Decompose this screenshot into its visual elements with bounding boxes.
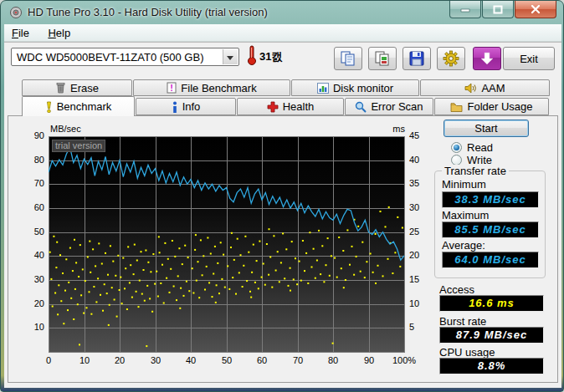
benchmark-icon xyxy=(45,101,53,113)
tab-label: Health xyxy=(283,100,315,113)
y-right-tick: 5 xyxy=(409,322,429,332)
y-left-tick: 60 xyxy=(23,202,44,212)
tab-row-bottom: Benchmark Info Health Error Scan Folder … xyxy=(22,96,550,116)
tab-folder-usage[interactable]: Folder Usage xyxy=(434,98,549,115)
options-button[interactable] xyxy=(437,47,465,70)
tab-label: Error Scan xyxy=(371,100,423,113)
tab-row-top: Erase ! File Benchmark Disk monitor AAM xyxy=(22,79,551,96)
trash-icon xyxy=(55,82,66,94)
tab-aam[interactable]: AAM xyxy=(420,79,550,96)
minimum-value: 38.3 MB/sec xyxy=(442,191,539,208)
y-right-tick: 20 xyxy=(409,250,429,260)
svg-text:!: ! xyxy=(171,83,174,93)
cpu-usage-label: CPU usage xyxy=(439,346,495,359)
copy-image-icon xyxy=(374,50,391,67)
y-left-tick: 10 xyxy=(23,322,44,332)
average-label: Average: xyxy=(442,239,485,252)
transfer-rate-group-label: Transfer rate xyxy=(442,165,509,177)
x-tick: 100% xyxy=(387,355,421,365)
health-cross-icon xyxy=(267,101,279,113)
y-right-tick: 35 xyxy=(409,178,429,188)
gear-icon xyxy=(443,50,459,67)
x-tick: 80 xyxy=(316,355,350,365)
temperature-value: 31캜 xyxy=(259,49,282,64)
y-right-tick: 15 xyxy=(409,274,429,284)
hd-tune-window: HD Tune Pro 3.10 - Hard Disk Utility (tr… xyxy=(0,0,564,392)
magnifier-icon xyxy=(355,101,367,113)
read-radio[interactable] xyxy=(451,142,462,153)
tab-label: Disk monitor xyxy=(333,82,393,94)
x-tick: 90 xyxy=(352,355,386,365)
y-left-axis-title: MB/sec xyxy=(50,124,81,134)
y-right-tick: 45 xyxy=(409,130,429,140)
y-left-tick: 80 xyxy=(23,155,44,165)
access-label: Access xyxy=(439,283,474,296)
maximum-value: 85.5 MB/sec xyxy=(442,221,539,238)
y-left-tick: 50 xyxy=(23,227,44,237)
y-left-tick: 40 xyxy=(23,250,44,260)
tab-label: Folder Usage xyxy=(467,100,532,113)
menu-help[interactable]: Help xyxy=(40,24,78,39)
close-icon xyxy=(531,5,541,14)
x-tick: 60 xyxy=(245,355,279,365)
close-button[interactable] xyxy=(515,1,556,18)
x-tick: 10 xyxy=(68,355,101,365)
thermometer-icon xyxy=(246,44,257,69)
average-value: 64.0 MB/sec xyxy=(442,252,539,268)
maximize-icon xyxy=(493,5,503,14)
save-icon xyxy=(408,50,425,67)
benchmark-plot xyxy=(49,136,405,353)
y-right-tick: 40 xyxy=(409,155,429,165)
burst-rate-label: Burst rate xyxy=(439,315,486,328)
y-left-tick: 30 xyxy=(23,274,44,284)
folder-icon xyxy=(450,102,463,112)
download-arrow-icon xyxy=(479,51,495,66)
file-benchmark-icon: ! xyxy=(167,82,177,94)
update-button[interactable] xyxy=(473,47,501,70)
window-controls xyxy=(449,1,556,18)
maximize-button[interactable] xyxy=(482,1,514,18)
tab-benchmark[interactable]: Benchmark xyxy=(22,96,135,116)
exit-button[interactable]: Exit xyxy=(503,47,555,70)
drive-selector[interactable]: WDC WD5000BEVT-11ZAT0 (500 GB) xyxy=(11,48,239,66)
chevron-down-icon xyxy=(227,56,233,60)
maximum-label: Maximum xyxy=(442,209,489,221)
copy-icon xyxy=(340,50,356,67)
tab-file-benchmark[interactable]: ! File Benchmark xyxy=(133,79,290,96)
minimum-label: Minimum xyxy=(442,178,486,191)
speaker-icon xyxy=(464,83,477,94)
app-icon xyxy=(9,6,23,23)
menubar: File Help xyxy=(4,24,561,42)
tab-health[interactable]: Health xyxy=(237,98,344,115)
read-radio-label[interactable]: Read xyxy=(467,141,493,154)
titlebar: HD Tune Pro 3.10 - Hard Disk Utility (tr… xyxy=(1,1,563,24)
y-left-tick: 70 xyxy=(23,178,44,188)
y-right-tick: 10 xyxy=(409,298,429,308)
x-tick: 20 xyxy=(103,355,136,365)
x-tick: 70 xyxy=(281,355,315,365)
copy-image-button[interactable] xyxy=(368,47,397,70)
x-tick: 50 xyxy=(210,355,244,365)
copy-button[interactable] xyxy=(334,47,362,70)
drive-selector-value: WDC WD5000BEVT-11ZAT0 (500 GB) xyxy=(17,51,203,64)
window-title: HD Tune Pro 3.10 - Hard Disk Utility (tr… xyxy=(28,6,268,18)
tab-label: Info xyxy=(182,100,201,113)
disk-monitor-icon xyxy=(317,83,329,94)
x-tick: 0 xyxy=(32,355,65,365)
y-left-tick: 20 xyxy=(23,298,44,308)
start-button[interactable]: Start xyxy=(444,120,529,137)
menu-file[interactable]: File xyxy=(4,24,37,39)
tab-info[interactable]: Info xyxy=(136,98,236,115)
tab-disk-monitor[interactable]: Disk monitor xyxy=(291,79,419,96)
save-button[interactable] xyxy=(402,47,431,70)
tab-label: File Benchmark xyxy=(181,82,256,94)
tab-error-scan[interactable]: Error Scan xyxy=(345,98,433,115)
tab-erase[interactable]: Erase xyxy=(22,79,132,96)
y-right-tick: 25 xyxy=(409,227,429,237)
drive-selector-dropdown-button[interactable] xyxy=(223,49,238,64)
minimize-icon xyxy=(460,6,470,13)
info-icon xyxy=(172,101,178,113)
y-right-axis-title: ms xyxy=(384,124,405,134)
cpu-usage-value: 8.8% xyxy=(439,358,544,374)
minimize-button[interactable] xyxy=(449,1,481,18)
